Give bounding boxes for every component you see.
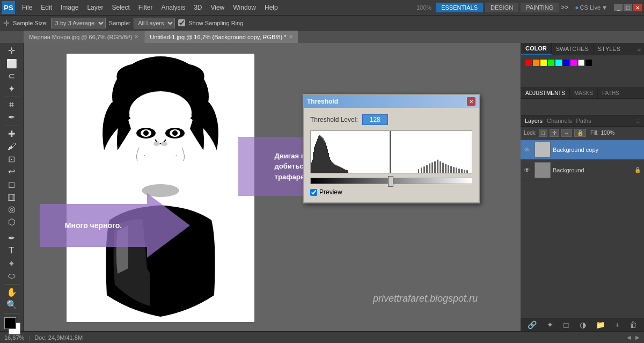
nav-next[interactable]: ▶ xyxy=(635,334,640,340)
menu-select[interactable]: Select xyxy=(108,3,133,12)
svg-rect-30 xyxy=(327,149,328,173)
layers-panel: Layers Channels Paths ≡ Lock: □ ✛ ↔ 🔒 Fi… xyxy=(521,115,644,331)
healing-tool[interactable]: ✚ xyxy=(2,128,21,139)
swatch-white[interactable] xyxy=(578,60,584,66)
layer-visibility-icon-bg[interactable]: 👁 xyxy=(524,166,532,174)
sample-size-select[interactable]: 3 by 3 Average xyxy=(51,18,106,28)
painting-btn[interactable]: PAINTING xyxy=(521,3,559,12)
svg-rect-34 xyxy=(331,162,332,173)
svg-point-11 xyxy=(161,142,167,146)
histogram-area xyxy=(310,130,472,173)
maximize-btn[interactable]: □ xyxy=(624,4,632,11)
svg-rect-64 xyxy=(456,167,457,173)
masks-tab[interactable]: MASKS xyxy=(570,88,598,98)
lock-image-btn[interactable]: ✛ xyxy=(550,129,559,137)
pen-tool[interactable]: ✒ xyxy=(2,232,21,244)
layers-panel-menu[interactable]: ≡ xyxy=(636,118,640,124)
menu-window[interactable]: Window xyxy=(229,3,260,12)
tab-untitled-close[interactable]: ✕ xyxy=(289,34,293,40)
move-tool[interactable]: ✛ xyxy=(2,45,21,56)
tab-untitled[interactable]: Untitled-1.jpg @ 16,7% (Background copy,… xyxy=(144,31,298,43)
dialog-title-bar[interactable]: Threshold ✕ xyxy=(304,95,479,108)
type-tool[interactable]: T xyxy=(2,245,21,256)
lasso-tool[interactable]: ⊂ xyxy=(2,70,21,82)
menu-filter[interactable]: Filter xyxy=(135,3,157,12)
lock-all-btn[interactable]: 🔒 xyxy=(574,129,586,137)
shape-tool[interactable]: ⬭ xyxy=(2,270,21,281)
show-sampling-ring-checkbox[interactable] xyxy=(178,19,185,26)
new-layer-btn[interactable]: + xyxy=(615,320,619,329)
zoom-tool[interactable]: 🔍 xyxy=(2,299,21,310)
channels-tab-label[interactable]: Channels xyxy=(547,118,572,124)
dodge-tool[interactable]: ⬡ xyxy=(2,216,21,228)
threshold-slider-thumb[interactable] xyxy=(388,176,393,187)
nav-prev[interactable]: ◀ xyxy=(627,334,631,340)
menu-analysis[interactable]: Analysis xyxy=(157,3,189,12)
preview-checkbox[interactable] xyxy=(310,189,317,196)
add-mask-btn[interactable]: ◻ xyxy=(563,320,569,329)
new-group-btn[interactable]: 📁 xyxy=(596,320,605,329)
menu-help[interactable]: Help xyxy=(261,3,282,12)
menu-view[interactable]: View xyxy=(207,3,228,12)
foreground-color[interactable] xyxy=(4,317,16,329)
menu-edit[interactable]: Edit xyxy=(37,3,56,12)
dialog-close-btn[interactable]: ✕ xyxy=(467,97,475,106)
add-style-btn[interactable]: ✦ xyxy=(547,320,553,329)
brush-tool[interactable]: 🖌 xyxy=(2,141,21,152)
layers-tab-label[interactable]: Layers xyxy=(525,118,543,124)
crop-tool[interactable]: ⌗ xyxy=(2,99,21,111)
svg-rect-52 xyxy=(423,166,425,173)
adjustment-btn[interactable]: ◑ xyxy=(580,320,586,329)
more-workspaces[interactable]: >> xyxy=(561,4,568,11)
path-tool[interactable]: ⌖ xyxy=(2,258,21,269)
ps-logo: PS xyxy=(2,1,15,14)
essentials-btn[interactable]: ESSENTIALS xyxy=(436,3,483,12)
swatch-cyan[interactable] xyxy=(555,60,562,66)
menu-image[interactable]: Image xyxy=(57,3,82,12)
styles-tab[interactable]: STYLES xyxy=(594,43,625,54)
swatch-green[interactable] xyxy=(548,60,554,66)
swatch-blue[interactable] xyxy=(563,60,569,66)
eyedropper-tool[interactable]: ✒ xyxy=(2,112,21,123)
menu-3d[interactable]: 3D xyxy=(190,3,206,12)
marquee-tool[interactable]: ⬜ xyxy=(2,57,21,69)
layer-visibility-icon-copy[interactable]: 👁 xyxy=(524,146,532,154)
stamp-tool[interactable]: ⊡ xyxy=(2,153,21,164)
tab-marilyn-close[interactable]: ✕ xyxy=(134,34,138,40)
magic-wand-tool[interactable]: ✦ xyxy=(2,83,21,94)
threshold-slider-track[interactable] xyxy=(310,178,472,184)
gradient-tool[interactable]: ▥ xyxy=(2,191,21,202)
menu-file[interactable]: File xyxy=(18,3,36,12)
sample-select[interactable]: All Layers xyxy=(134,18,175,28)
swatch-black[interactable] xyxy=(586,60,592,66)
swatch-yellow[interactable] xyxy=(540,60,547,66)
swatch-orange[interactable] xyxy=(533,60,539,66)
threshold-level-input[interactable] xyxy=(362,114,388,125)
layer-background-copy[interactable]: 👁 Background copy xyxy=(521,140,644,160)
adjustments-tab[interactable]: ADJUSTMENTS xyxy=(521,88,570,98)
lock-transparent-btn[interactable]: □ xyxy=(539,129,547,137)
design-btn[interactable]: DESIGN xyxy=(485,3,518,12)
color-panel-menu[interactable]: ≡ xyxy=(634,43,644,54)
link-layers-btn[interactable]: 🔗 xyxy=(528,320,537,329)
threshold-level-row: Threshold Level: OK Cancel xyxy=(310,114,472,125)
paths-tab-label[interactable]: Paths xyxy=(576,118,591,124)
color-tab[interactable]: COLOR xyxy=(521,43,552,55)
swatches-tab[interactable]: SWATCHES xyxy=(552,43,594,54)
eraser-tool[interactable]: ◻ xyxy=(2,178,21,189)
tab-marilyn[interactable]: Мерлин Монро.jpg @ 66,7% (RGB/8#) ✕ xyxy=(24,31,144,43)
delete-layer-btn[interactable]: 🗑 xyxy=(630,320,637,329)
lock-position-btn[interactable]: ↔ xyxy=(561,129,572,137)
menu-layer[interactable]: Layer xyxy=(83,3,107,12)
hand-tool[interactable]: ✋ xyxy=(2,287,21,298)
blur-tool[interactable]: ◎ xyxy=(2,203,21,215)
history-tool[interactable]: ↩ xyxy=(2,166,21,177)
swatch-magenta[interactable] xyxy=(570,60,577,66)
minimize-btn[interactable]: _ xyxy=(614,4,623,11)
portrait-image xyxy=(67,54,254,322)
swatch-red[interactable] xyxy=(525,60,532,66)
close-btn[interactable]: ✕ xyxy=(633,4,642,11)
cs-live[interactable]: ● CS Live ▼ xyxy=(575,4,608,11)
paths-tab[interactable]: PATHS xyxy=(598,88,624,98)
layer-background[interactable]: 👁 Background 🔒 xyxy=(521,160,644,180)
